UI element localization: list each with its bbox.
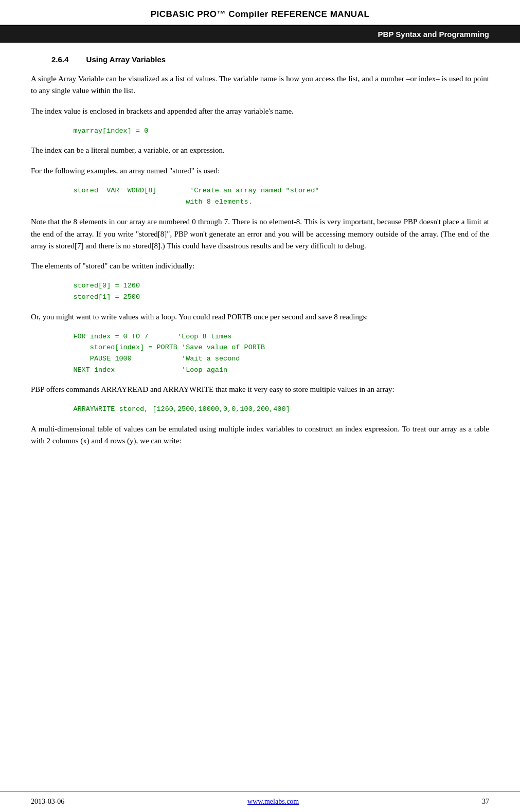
paragraph-5: Note that the 8 elements in our array ar…	[31, 216, 489, 252]
section-number: 2.6.4	[51, 55, 68, 64]
document-title: PICBASIC PRO™ Compiler REFERENCE MANUAL	[151, 9, 370, 19]
paragraph-1: A single Array Variable can be visualize…	[31, 73, 489, 97]
paragraph-2: The index value is enclosed in brackets …	[31, 105, 489, 117]
paragraph-3: The index can be a literal number, a var…	[31, 145, 489, 156]
section-banner: PBP Syntax and Programming	[0, 26, 520, 43]
code-block-1: myarray[index] = 0	[57, 125, 489, 137]
footer-date: 2013-03-06	[31, 798, 64, 806]
page: PICBASIC PRO™ Compiler REFERENCE MANUAL …	[0, 0, 520, 812]
main-content: 2.6.4 Using Array Variables A single Arr…	[0, 55, 520, 791]
paragraph-4: For the following examples, an array nam…	[31, 165, 489, 177]
paragraph-8: PBP offers commands ARRAYREAD and ARRAYW…	[31, 384, 489, 395]
footer-page: 37	[482, 798, 489, 806]
paragraph-9: A multi-dimensional table of values can …	[31, 423, 489, 447]
code-block-4: FOR index = 0 TO 7 'Loop 8 times stored[…	[57, 331, 489, 375]
section-heading: 2.6.4 Using Array Variables	[51, 55, 489, 64]
code-block-3: stored[0] = 1260 stored[1] = 2500	[57, 280, 489, 302]
banner-text: PBP Syntax and Programming	[378, 30, 489, 39]
paragraph-6: The elements of "stored" can be written …	[31, 260, 489, 272]
code-block-5: ARRAYWRITE stored, [1260,2500,10000,0,0,…	[57, 404, 489, 415]
section-title: Using Array Variables	[86, 55, 166, 64]
paragraph-7: Or, you might want to write values with …	[31, 311, 489, 323]
footer-url[interactable]: www.melabs.com	[247, 798, 299, 806]
code-block-2: stored VAR WORD[8] 'Create an array name…	[57, 185, 489, 208]
page-header: PICBASIC PRO™ Compiler REFERENCE MANUAL	[0, 0, 520, 26]
page-footer: 2013-03-06 www.melabs.com 37	[0, 791, 520, 812]
